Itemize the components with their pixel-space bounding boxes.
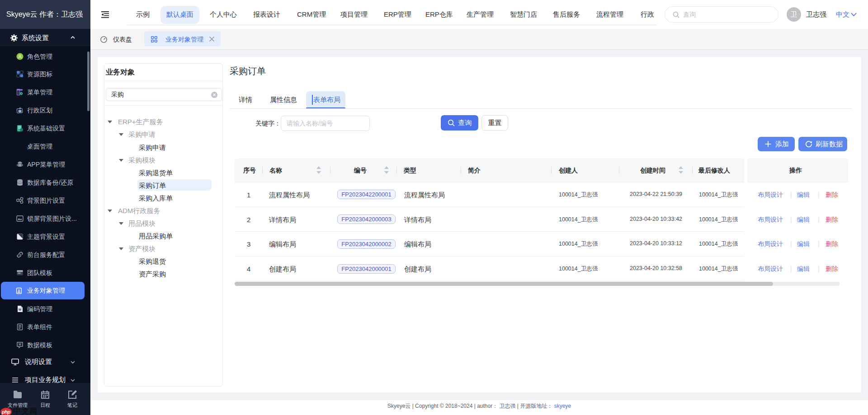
svg-text:W: W [19,343,22,346]
svg-text:W: W [19,308,22,311]
